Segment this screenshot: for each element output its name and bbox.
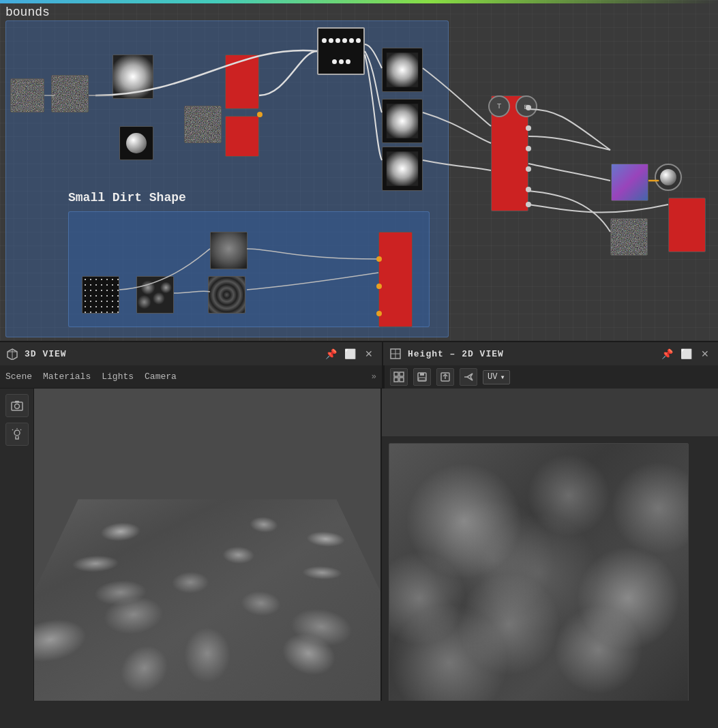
tab-lights[interactable]: Lights (102, 369, 134, 384)
3d-render-canvas (34, 499, 380, 701)
render-area-3d (34, 389, 380, 701)
tab-arrow[interactable]: » (372, 372, 376, 382)
close-button-3d[interactable]: ✕ (361, 346, 376, 361)
pin-button-2d[interactable]: 📌 (659, 346, 674, 361)
close-button-2d[interactable]: ✕ (698, 346, 713, 361)
panel-header-2d: Height – 2D VIEW 📌 ⬜ ✕ (383, 341, 718, 365)
svg-rect-19 (400, 378, 404, 382)
svg-rect-22 (419, 378, 425, 380)
node-texture-1[interactable] (10, 78, 44, 112)
node-circle-1[interactable]: T (488, 95, 510, 117)
views-row (0, 389, 718, 728)
grid-view-btn[interactable] (390, 368, 408, 386)
svg-point-29 (14, 430, 20, 436)
node-stone-2[interactable] (210, 232, 248, 269)
node-sphere-small[interactable] (119, 126, 153, 160)
node-circle-2[interactable]: ⊞ (515, 95, 537, 117)
node-blob-2[interactable] (382, 99, 423, 143)
viewport-sidebar (0, 389, 34, 701)
node-red-small-1[interactable] (378, 232, 413, 327)
panel-title-3d: 3D VIEW (25, 349, 67, 359)
node-editor[interactable]: bounds Small Dirt Shape (0, 0, 718, 341)
viewport-2d[interactable] (382, 389, 718, 701)
toolbar-2d: UV ▾ (383, 365, 718, 389)
svg-rect-21 (420, 373, 424, 376)
node-dots[interactable] (317, 27, 365, 75)
node-blob-topleft[interactable] (113, 55, 153, 99)
node-red-top-right[interactable] (668, 198, 706, 252)
node-sphere-icon[interactable] (655, 164, 682, 191)
tab-scene[interactable]: Scene (5, 369, 32, 384)
height-map-preview (389, 443, 689, 701)
bottom-panels: 3D VIEW 📌 ⬜ ✕ Scene Materials Lights Cam… (0, 341, 718, 728)
tab-bar-3d: Scene Materials Lights Camera » (0, 365, 382, 389)
3d-cube-icon (5, 347, 19, 361)
sub-group (68, 211, 430, 327)
node-red-1[interactable] (225, 55, 259, 109)
svg-line-32 (12, 429, 13, 430)
node-blob-1[interactable] (382, 48, 423, 92)
svg-line-31 (20, 429, 21, 430)
maximize-button-3d[interactable]: ⬜ (342, 346, 357, 361)
pin-button-3d[interactable]: 📌 (323, 346, 338, 361)
uv-dropdown[interactable]: UV ▾ (483, 370, 510, 384)
node-texture-2[interactable] (51, 75, 89, 112)
svg-point-27 (14, 404, 19, 409)
bounds-title: bounds (5, 5, 50, 19)
svg-rect-18 (394, 378, 398, 382)
tab-camera[interactable]: Camera (145, 369, 177, 384)
viewport-3d[interactable] (0, 389, 382, 701)
svg-rect-17 (400, 372, 404, 376)
export-btn[interactable] (436, 368, 454, 386)
node-red-2[interactable] (225, 116, 259, 157)
panel-actions-3d: 📌 ⬜ ✕ (323, 346, 376, 361)
camera-view-btn[interactable] (5, 394, 29, 417)
node-pebbles-2[interactable] (136, 276, 174, 314)
node-stone[interactable] (610, 218, 648, 256)
panel-header-3d: 3D VIEW 📌 ⬜ ✕ (0, 341, 382, 365)
top-color-bar (0, 0, 718, 3)
panel-actions-2d: 📌 ⬜ ✕ (659, 346, 713, 361)
node-ripple[interactable] (208, 276, 245, 314)
render-area-2d (382, 436, 718, 701)
tab-materials[interactable]: Materials (43, 369, 91, 384)
node-pebbles-1[interactable] (82, 276, 119, 314)
svg-rect-16 (394, 372, 398, 376)
node-noise[interactable] (184, 106, 222, 143)
node-blob-3[interactable] (382, 147, 423, 191)
svg-rect-28 (15, 401, 19, 403)
maximize-button-2d[interactable]: ⬜ (678, 346, 693, 361)
light-btn[interactable] (5, 423, 29, 446)
node-purple[interactable] (611, 164, 648, 201)
2d-plane-icon (389, 347, 402, 361)
panel-title-2d: Height – 2D VIEW (408, 349, 504, 359)
save-btn[interactable] (413, 368, 431, 386)
share-btn[interactable] (460, 368, 477, 386)
